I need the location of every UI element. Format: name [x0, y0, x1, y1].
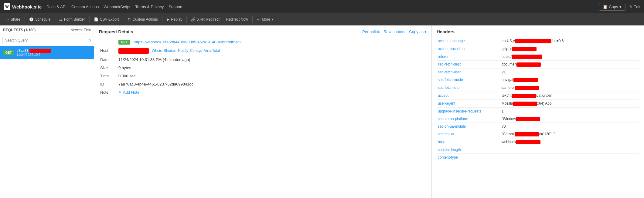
- requests-count-label: REQUESTS (1/100): [3, 28, 36, 32]
- redirect-now-button[interactable]: Redirect Now: [223, 15, 251, 23]
- edit-icon: ✎: [629, 5, 632, 9]
- virustotal-link[interactable]: VirusTotal: [204, 49, 220, 53]
- sidebar-search: ?: [0, 35, 94, 46]
- copy-as-button[interactable]: Copy as ▾: [409, 29, 427, 34]
- headers-title: Headers: [437, 29, 639, 34]
- add-note-button[interactable]: ✎ Add Note: [118, 90, 139, 95]
- header-row-sec-fetch-site: sec-fetch-site same-or: [437, 84, 639, 92]
- nav-docs-api[interactable]: Docs & API: [46, 5, 66, 9]
- pencil-icon: ✎: [118, 90, 122, 95]
- brand-logo[interactable]: W Webhook.site: [4, 3, 42, 10]
- header-name: upgrade-insecure-requests: [437, 107, 500, 115]
- nav-custom-actions[interactable]: Custom Actions: [71, 5, 99, 9]
- search-input[interactable]: [2, 37, 87, 44]
- redacted-value: [512, 47, 537, 51]
- header-name: user-agent: [437, 99, 500, 107]
- table-row-time: Time 0.000 sec: [99, 72, 427, 80]
- request-details-title: Request Details: [99, 29, 133, 34]
- header-value: en-US,efriq=0.6: [500, 37, 639, 45]
- table-row-id: ID 7aa78ac8-4b4a-4461-8237-52da699841dc: [99, 80, 427, 88]
- share-button[interactable]: ⇨ Share: [3, 15, 23, 23]
- header-value: text/htication/xm: [500, 92, 639, 99]
- method-badge: GET: [3, 50, 14, 55]
- cell-size-label: Size: [99, 64, 117, 72]
- replay-button[interactable]: ▶ Replay: [164, 15, 185, 23]
- netlify-link[interactable]: Netlify: [178, 49, 188, 53]
- permalink-link[interactable]: Permalink: [362, 29, 380, 34]
- custom-actions-button[interactable]: ⚙ Custom Actions: [124, 15, 161, 23]
- header-name: sec-fetch-site: [437, 84, 500, 92]
- redacted-value: [516, 140, 540, 144]
- shodan-link[interactable]: Shodan: [164, 49, 176, 53]
- cell-note-label: Note: [99, 88, 117, 96]
- header-value: gzip, d: [500, 45, 639, 53]
- header-row-sec-ch-ua: sec-ch-ua "Chromiv="130", ": [437, 130, 639, 138]
- table-row-size: Size 0 bytes: [99, 64, 427, 72]
- cell-url: GET https://webhook.site/2fa440e0-00b5-4…: [117, 38, 427, 46]
- toolbar-divider-1: [25, 16, 25, 23]
- toolbar-divider-7: [252, 16, 253, 23]
- headers-table: accept-language en-US,efriq=0.6 accept-e…: [437, 37, 639, 161]
- headers-panel: Headers accept-language en-US,efriq=0.6 …: [431, 25, 644, 198]
- header-name: sec-ch-ua-platform: [437, 115, 500, 123]
- raw-content-link[interactable]: Raw content: [383, 29, 405, 34]
- header-name: sec-fetch-user: [437, 69, 500, 76]
- header-name: host: [437, 138, 500, 146]
- brand-name: Webhook.site: [12, 4, 42, 9]
- header-name: accept-encoding: [437, 45, 500, 53]
- header-name: sec-fetch-mode: [437, 76, 500, 84]
- header-value: webhook: [500, 138, 639, 146]
- more-button[interactable]: ⋯ More ▾: [254, 15, 277, 23]
- nav-support[interactable]: Support: [169, 5, 182, 9]
- method-badge-get: GET: [118, 40, 130, 45]
- host-redacted: [118, 48, 149, 54]
- play-icon: ▶: [167, 17, 169, 22]
- table-row-method: GET https://webhook.site/2fa440e0-00b5-4…: [99, 38, 427, 46]
- request-date: 11/24/2024 10:3: [16, 53, 91, 56]
- redacted-value: [515, 39, 551, 43]
- main-layout: REQUESTS (1/100) Newest First ? GET #7aa…: [0, 25, 644, 198]
- header-value: "Window: [500, 115, 639, 123]
- edit-button[interactable]: ✎ Edit: [629, 5, 640, 9]
- form-builder-button[interactable]: ☷ Form Builder: [56, 15, 88, 23]
- request-url-link[interactable]: https://webhook.site/2fa440e0-00b5-452a-…: [134, 40, 242, 44]
- copy-icon: 📋: [603, 5, 608, 9]
- cell-empty: [99, 38, 117, 46]
- header-row-accept-language: accept-language en-US,efriq=0.6: [437, 37, 639, 45]
- header-name: sec-ch-ua-mobile: [437, 123, 500, 130]
- xhr-redirect-button[interactable]: 🔗 XHR Redirect: [188, 15, 222, 23]
- nav-webhookscript[interactable]: WebhookScript: [104, 5, 130, 9]
- header-row-upgrade-insecure: upgrade-insecure-requests 1: [437, 107, 639, 115]
- header-value: https:/: [500, 53, 639, 61]
- csv-export-button[interactable]: 📄 CSV Export: [91, 15, 122, 23]
- header-row-host: host webhook: [437, 138, 639, 146]
- request-id-redacted: [29, 49, 51, 53]
- header-row-sec-fetch-mode: sec-fetch-mode navigat: [437, 76, 639, 84]
- sidebar-header: REQUESTS (1/100) Newest First: [0, 25, 94, 35]
- header-value: Mozillax64) Appl: [500, 99, 639, 107]
- request-info: #7aa78 11/24/2024 10:3: [16, 49, 91, 56]
- share-icon: ⇨: [6, 17, 9, 22]
- header-row-referer: referer https:/: [437, 53, 639, 61]
- header-row-content-type: content-type: [437, 154, 639, 161]
- header-row-accept: accept text/htication/xm: [437, 92, 639, 99]
- header-row-content-length: content-length: [437, 146, 639, 154]
- header-value: same-or: [500, 84, 639, 92]
- header-value: [500, 146, 639, 154]
- nav-terms[interactable]: Terms & Privacy: [135, 5, 164, 9]
- redacted-value: [513, 102, 537, 106]
- cell-size-value: 0 bytes: [117, 64, 427, 72]
- copy-button[interactable]: 📋 Copy ▾: [599, 3, 625, 11]
- censys-link[interactable]: Censys: [190, 49, 202, 53]
- whois-link[interactable]: Whois: [152, 49, 162, 53]
- request-list-item[interactable]: GET #7aa78 11/24/2024 10:3: [0, 46, 94, 59]
- schedule-button[interactable]: 🕐 Schedule: [26, 15, 53, 23]
- cell-host-value: Whois Shodan Netlify Censys VirusTotal: [117, 46, 427, 55]
- whois-links: Whois Shodan Netlify Censys VirusTotal: [152, 49, 220, 53]
- header-name: content-length: [437, 146, 500, 154]
- request-details-header: Request Details Permalink Raw content Co…: [99, 29, 427, 34]
- redacted-value: [516, 117, 540, 121]
- redacted-value: [515, 132, 539, 136]
- toolbar-divider-4: [123, 16, 123, 23]
- help-icon[interactable]: ?: [89, 38, 91, 43]
